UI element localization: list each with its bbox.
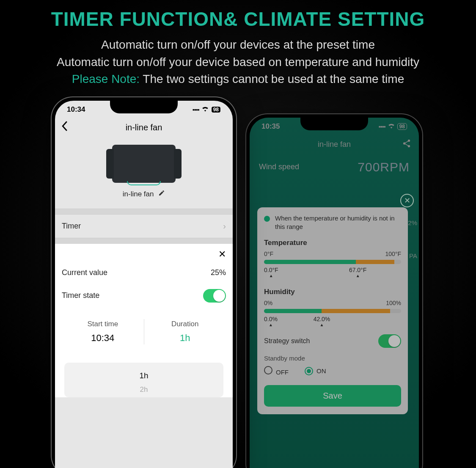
chevron-right-icon: ›: [223, 221, 226, 231]
edit-icon[interactable]: [158, 190, 165, 198]
divider: [55, 238, 233, 244]
signal-icon: ▪▪▪▪: [193, 106, 199, 113]
screen-title: in-line fan: [126, 123, 162, 132]
duration-value: 1h: [144, 333, 226, 344]
strategy-toggle[interactable]: [378, 334, 401, 348]
picker-option-selected[interactable]: 1h: [64, 368, 223, 384]
status-icons: ▪▪▪▪ 98: [193, 105, 221, 114]
phone-climate: 10:35 ▪▪▪▪ 98 in-line fan Wind speed: [245, 113, 423, 468]
phone-notch: [110, 101, 178, 113]
hum-range-green: [264, 309, 322, 313]
save-button[interactable]: Save: [264, 385, 401, 407]
standby-on-text: ON: [316, 367, 326, 374]
close-icon[interactable]: ✕: [218, 249, 226, 260]
note-label: Please Note:: [72, 72, 140, 85]
standby-on-radio[interactable]: ON: [305, 367, 326, 375]
hum-low-value: 0.0%: [264, 316, 278, 322]
phone-timer: 10:34 ▪▪▪▪ 98 in-line fan in-line fan: [51, 96, 237, 468]
duration-column[interactable]: Duration 1h: [144, 313, 226, 351]
device-name: in-line fan: [123, 190, 154, 198]
divider: [55, 209, 233, 215]
sub-line-3: Please Note: The two settings cannot be …: [0, 71, 476, 88]
standby-off-text: OFF: [276, 369, 289, 376]
start-time-column[interactable]: Start time 10:34: [62, 313, 144, 351]
timer-panel: ✕ Current value 25% Timer state Start ti…: [55, 244, 233, 397]
current-value-label: Current value: [62, 268, 107, 277]
note-text: The two settings cannot be used at the s…: [140, 72, 404, 85]
device-image: [112, 145, 176, 183]
temp-min: 0°F: [264, 251, 273, 257]
strategy-label: Strategy switch: [264, 337, 310, 345]
hum-high-value: 42.0%: [314, 316, 330, 322]
timer-state-label: Timer state: [62, 291, 99, 300]
sub-line-1: Automatic turn on/off your devices at th…: [0, 36, 476, 54]
phone-notch: [300, 118, 368, 130]
hum-range-orange: [322, 309, 390, 313]
standby-label: Standby mode: [264, 355, 401, 362]
temp-range-green: [264, 260, 356, 264]
current-value: 25%: [211, 268, 226, 277]
back-button[interactable]: [61, 121, 69, 134]
temp-max: 100°F: [385, 251, 401, 257]
picker-option[interactable]: 2h: [64, 384, 223, 396]
page-title: TIMER FUNCTION& CLIMATE SETTING: [0, 8, 476, 30]
climate-card: When the temperature or humidity is not …: [257, 207, 408, 415]
duration-picker[interactable]: 1h 2h: [64, 363, 223, 397]
info-dot-icon: [264, 216, 270, 222]
hum-min: 0%: [264, 300, 272, 306]
hum-max: 100%: [386, 300, 401, 306]
temperature-title: Temperature: [264, 239, 401, 247]
standby-off-radio[interactable]: OFF: [264, 366, 289, 376]
timer-row[interactable]: Timer ›: [55, 215, 233, 238]
temperature-slider[interactable]: [264, 260, 401, 264]
humidity-title: Humidity: [264, 288, 401, 296]
temp-range-orange: [356, 260, 394, 264]
duration-label: Duration: [144, 320, 226, 328]
wifi-icon: [201, 105, 209, 114]
page-subtitle: Automatic turn on/off your devices at th…: [0, 36, 476, 88]
battery-icon: 98: [211, 106, 221, 113]
sub-line-2: Automatic turn on/off your device based …: [0, 54, 476, 71]
start-time-label: Start time: [62, 320, 144, 328]
temp-low-value: 0.0°F: [264, 267, 278, 273]
humidity-slider[interactable]: [264, 309, 401, 313]
card-tip-text: When the temperature or humidity is not …: [275, 214, 401, 231]
temp-high-value: 67.0°F: [349, 267, 366, 273]
start-time-value: 10:34: [62, 333, 144, 344]
timer-label: Timer: [62, 222, 81, 231]
close-icon[interactable]: ✕: [400, 194, 414, 207]
status-time: 10:34: [67, 105, 85, 114]
timer-state-toggle[interactable]: [203, 289, 226, 303]
